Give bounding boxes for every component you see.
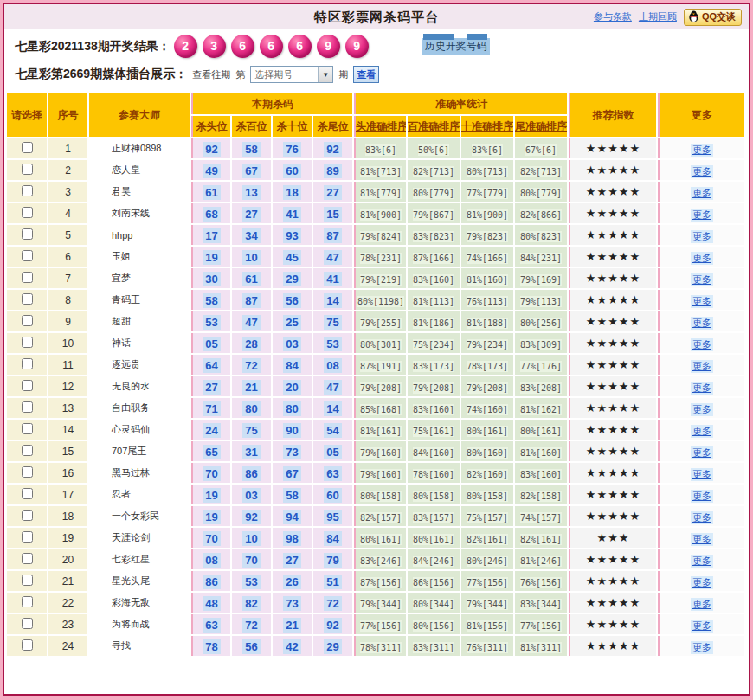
row-select-checkbox[interactable] [22,142,33,153]
row-select-checkbox[interactable] [22,207,33,218]
more-link[interactable]: 更多 [691,338,713,351]
chevron-down-icon[interactable]: ▼ [318,67,332,82]
acc-tail-value: 79%[113] [520,296,562,307]
row-select-checkbox[interactable] [22,401,33,413]
more-link[interactable]: 更多 [691,446,713,459]
rating-stars: ★★★★★ [569,182,656,202]
acc-ten-value: 80%[158] [467,491,508,502]
kill-tail-value: 63 [324,466,341,481]
kill-hundred-value: 28 [242,337,260,351]
more-link[interactable]: 更多 [691,382,713,395]
acc-tail-value: 81%[246] [520,556,562,567]
row-select-checkbox[interactable] [22,250,33,261]
kill-head-value: 05 [203,337,220,351]
kill-head-value: 24 [203,423,220,438]
table-row: 9 超甜 53 47 25 75 79%[255] 81%[186] 81%[1… [7,311,744,331]
more-link[interactable]: 更多 [691,576,713,589]
row-select-checkbox[interactable] [22,185,33,196]
issue-select[interactable]: 选择期号 ▼ [250,66,333,83]
more-link[interactable]: 更多 [691,555,713,568]
more-link[interactable]: 更多 [691,187,713,200]
row-select-checkbox[interactable] [22,445,33,456]
view-button[interactable]: 查看 [353,66,379,83]
more-link[interactable]: 更多 [691,295,713,308]
row-select-checkbox[interactable] [22,358,33,369]
row-index: 4 [48,203,87,223]
more-link[interactable]: 更多 [691,533,713,546]
more-link[interactable]: 更多 [691,360,713,373]
more-link[interactable]: 更多 [691,511,713,524]
more-link[interactable]: 更多 [691,403,713,416]
kill-ten-value: 03 [283,337,300,351]
row-select-checkbox[interactable] [22,337,33,348]
history-numbers-link[interactable]: 历史开奖号码 [422,38,490,55]
acc-head-value: 81%[900] [360,209,402,221]
more-link[interactable]: 更多 [691,230,713,243]
kill-tail-value: 87 [324,228,341,243]
row-select-checkbox[interactable] [22,315,33,326]
kill-hundred-value: 56 [242,639,260,654]
more-link[interactable]: 更多 [691,490,713,503]
master-name: 玉姐 [89,247,190,267]
kill-head-value: 19 [203,250,220,265]
lottery-ball: 6 [231,35,254,58]
row-select-checkbox[interactable] [22,639,33,651]
row-index: 3 [48,182,87,202]
row-select-checkbox[interactable] [22,293,33,305]
kill-tail-value: 14 [324,293,341,308]
acc-head-value: 79%[219] [360,274,402,286]
qq-chat-button[interactable]: QQ交谈 [684,9,742,26]
sort-ten-accuracy-link[interactable]: 十准确排序 [461,120,513,132]
more-link[interactable]: 更多 [691,209,713,222]
row-select-checkbox[interactable] [22,531,33,543]
kill-ten-value: 84 [283,358,300,373]
row-select-checkbox[interactable] [22,575,33,586]
more-link[interactable]: 更多 [691,317,713,330]
row-select-checkbox[interactable] [22,380,33,391]
kill-head-value: 71 [203,401,220,416]
more-link[interactable]: 更多 [691,468,713,481]
rating-stars: ★★★★★ [569,376,656,396]
sort-head-accuracy-link[interactable]: 头准确排序 [356,120,406,132]
more-link[interactable]: 更多 [691,273,713,286]
row-select-checkbox[interactable] [22,488,33,499]
kill-ten-value: 80 [283,401,300,416]
row-select-checkbox[interactable] [22,618,33,629]
kill-tail-value: 27 [324,185,341,200]
row-select-checkbox[interactable] [22,423,33,434]
more-link[interactable]: 更多 [691,425,713,438]
more-link[interactable]: 更多 [691,620,713,633]
sort-hundred-accuracy-link[interactable]: 百准确排序 [408,120,460,132]
rating-stars: ★★★★★ [569,203,656,223]
sort-tail-accuracy-link[interactable]: 尾准确排序 [515,120,567,132]
more-link[interactable]: 更多 [691,144,713,157]
kill-head-value: 70 [203,531,220,546]
row-index: 12 [48,376,87,396]
table-row: 12 无良的水 27 21 20 47 79%[208] 79%[208] 79… [7,376,744,396]
kill-ten-value: 42 [283,639,300,654]
row-select-checkbox[interactable] [22,228,33,240]
master-name: 彩海无敌 [89,593,190,613]
acc-head-value: 87%[156] [360,577,402,588]
acc-hundred-value: 50%[6] [418,144,449,156]
more-link[interactable]: 更多 [691,641,713,654]
row-select-checkbox[interactable] [22,164,33,175]
title-bar: 特区彩票网杀码平台 参与条款 上期回顾 QQ交谈 [4,4,749,29]
row-select-checkbox[interactable] [22,466,33,478]
lottery-ball: 9 [317,35,340,58]
row-select-checkbox[interactable] [22,272,33,283]
draw-result-label: 七星彩2021138期开奖结果： [15,39,171,55]
previous-issue-link[interactable]: 上期回顾 [639,10,677,23]
acc-hundred-value: 75%[161] [413,426,454,437]
row-select-checkbox[interactable] [22,553,33,564]
more-link[interactable]: 更多 [691,252,713,265]
col-header-index: 序号 [48,93,87,137]
kill-ten-value: 76 [283,142,300,157]
acc-hundred-value: 83%[160] [413,404,454,415]
kill-head-value: 30 [203,272,220,286]
more-link[interactable]: 更多 [691,165,713,178]
terms-link[interactable]: 参与条款 [594,10,632,23]
row-select-checkbox[interactable] [22,510,33,521]
row-select-checkbox[interactable] [22,596,33,607]
more-link[interactable]: 更多 [691,598,713,611]
